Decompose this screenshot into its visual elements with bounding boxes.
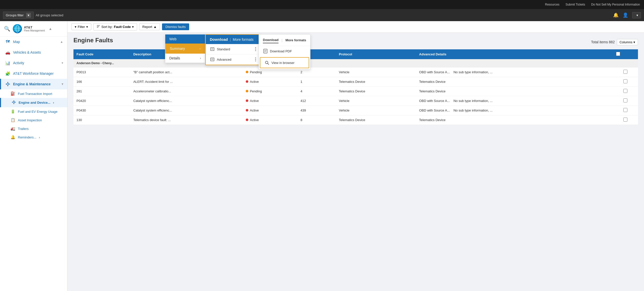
main-layout: 🔍 AT&T Fleet Management ▲ xyxy=(0,21,644,291)
brand-sub: Fleet Management xyxy=(24,29,45,32)
col-fault-code: Fault Code xyxy=(73,49,130,59)
fault-code-cell: 281 xyxy=(73,87,130,96)
count-cell: 4 xyxy=(298,87,336,96)
vehicles-icon: 🚗 xyxy=(5,50,11,55)
view-in-browser-button[interactable]: View in browser xyxy=(260,57,309,68)
row-checkbox-cell xyxy=(613,87,638,96)
page-content: Engine Faults Total items 882 Columns ▾ … xyxy=(67,33,644,291)
groups-filter-label: Groups filter xyxy=(6,13,24,17)
report-summary-item[interactable]: Summary › xyxy=(165,44,205,54)
fault-code-cell: P0420 xyxy=(73,96,130,106)
view-in-browser-label: View in browser xyxy=(271,61,295,65)
sidebar: 🔍 AT&T Fleet Management ▲ xyxy=(0,21,67,291)
row-checkbox[interactable] xyxy=(623,89,627,93)
advanced-details-cell: OBD with Source A... No sub type informa… xyxy=(416,67,613,77)
standard-item[interactable]: Standard xyxy=(206,44,260,54)
status-cell: Active xyxy=(243,115,297,125)
sidebar-item-workforce[interactable]: 🧩 AT&T Workforce Manager xyxy=(0,68,67,79)
dismiss-faults-button[interactable]: Dismiss faults xyxy=(162,23,189,30)
download-tab[interactable]: Download xyxy=(263,37,278,43)
engine-icon xyxy=(5,81,11,87)
more-formats-label[interactable]: More formats xyxy=(233,38,253,42)
reminders-icon: 🔔 xyxy=(11,135,15,139)
sidebar-item-trailers[interactable]: 🚛 Trailers xyxy=(0,124,67,133)
user-profile-icon[interactable]: 👤 xyxy=(623,12,628,18)
search-icon[interactable]: 🔍 xyxy=(4,26,10,32)
row-checkbox[interactable] xyxy=(623,118,627,122)
description-cell: "B" camshaft position act... xyxy=(130,67,243,77)
user-dropdown-button[interactable]: ▾ xyxy=(632,12,641,18)
sidebar-item-activity[interactable]: 📊 Activity ▾ xyxy=(0,58,67,68)
sidebar-item-fuel-ev[interactable]: 🔋 Fuel and EV Energy Usage xyxy=(0,107,67,116)
standard-dots-menu[interactable] xyxy=(255,47,256,51)
col-checkbox xyxy=(613,49,638,59)
pdf-icon xyxy=(263,49,268,54)
fault-code-cell: 130 xyxy=(73,115,130,125)
table-row: P0013 "B" camshaft position act... Pendi… xyxy=(73,67,638,77)
status-dot xyxy=(246,119,248,121)
sidebar-item-asset-inspection[interactable]: 📋 Asset Inspection xyxy=(0,116,67,124)
engine-device-chevron-icon: › xyxy=(53,101,54,104)
table-header-bar: Engine Faults Total items 882 Columns ▾ xyxy=(73,37,638,47)
svg-point-6 xyxy=(13,101,15,103)
details-label: Details xyxy=(169,56,180,60)
sidebar-item-engine[interactable]: Engine & Maintenance ▾ xyxy=(0,79,67,89)
report-details-item[interactable]: Details › xyxy=(165,54,205,63)
top-nav-bar: Resources Submit Tickets Do Not Sell My … xyxy=(0,0,644,9)
status-dot xyxy=(246,90,248,92)
report-label: Report xyxy=(142,25,152,29)
activity-icon: 📊 xyxy=(5,60,11,66)
download-pdf-label: Download PDF xyxy=(270,49,292,53)
engine-chevron-icon: ▾ xyxy=(62,82,63,86)
sidebar-item-fuel-import[interactable]: ⛽ Fuel Transaction Import xyxy=(0,89,67,98)
columns-button[interactable]: Columns ▾ xyxy=(617,39,638,45)
description-cell: Telematics device fault: ... xyxy=(130,115,243,125)
fuel-ev-icon: 🔋 xyxy=(11,109,15,114)
report-button[interactable]: Report ▲ xyxy=(139,23,160,30)
att-globe-icon xyxy=(13,24,22,33)
summary-label: Summary xyxy=(170,47,185,51)
sidebar-item-engine-device[interactable]: Engine and Device... › xyxy=(0,98,67,107)
sidebar-item-vehicles[interactable]: 🚗 Vehicles & Assets xyxy=(0,47,67,58)
row-checkbox[interactable] xyxy=(623,108,627,112)
reminders-chevron-icon: › xyxy=(39,135,40,139)
sidebar-collapse-button[interactable]: ▲ xyxy=(47,26,53,32)
sidebar-item-reminders[interactable]: 🔔 Reminders... › xyxy=(0,133,67,141)
pipe-separator: | xyxy=(230,38,231,42)
description-cell: Accelerometer calibratio... xyxy=(130,87,243,96)
advanced-details-cell: Telematics Device xyxy=(416,77,613,87)
filter-chevron-icon: ▾ xyxy=(86,25,88,29)
row-checkbox[interactable] xyxy=(623,79,627,83)
submit-tickets-link[interactable]: Submit Tickets xyxy=(566,3,585,6)
do-not-sell-link[interactable]: Do Not Sell My Personal Information xyxy=(591,3,640,6)
report-web-item[interactable]: Web xyxy=(165,34,205,44)
more-formats-tab[interactable]: More formats xyxy=(286,37,306,43)
download-pdf-button[interactable]: Download PDF xyxy=(259,46,310,56)
page-title: Engine Faults xyxy=(73,37,113,44)
sidebar-sub-label: Fuel and EV Energy Usage xyxy=(18,110,58,114)
sidebar-sub-label: Engine and Device... xyxy=(19,101,50,104)
trailers-icon: 🚛 xyxy=(11,126,15,131)
dismiss-label: Dismiss faults xyxy=(166,25,186,29)
table-row: 130 Telematics device fault: ... Active … xyxy=(73,115,638,125)
notification-bell-icon[interactable]: 🔔 xyxy=(613,12,619,18)
resources-link[interactable]: Resources xyxy=(545,3,559,6)
sidebar-sub-label: Reminders... xyxy=(18,135,36,139)
filter-button[interactable]: ▾ Filter ▾ xyxy=(71,23,91,30)
protocol-cell: Telematics Device xyxy=(336,77,416,87)
advanced-dots-menu[interactable] xyxy=(255,57,256,61)
protocol-cell: Vehicle xyxy=(336,106,416,115)
row-checkbox[interactable] xyxy=(623,70,627,74)
row-checkbox[interactable] xyxy=(623,98,627,102)
summary-arrow-icon: › xyxy=(199,47,200,50)
sidebar-item-map[interactable]: 🗺 Map ▲ xyxy=(0,37,67,47)
svg-line-21 xyxy=(268,63,269,64)
asset-inspection-icon: 📋 xyxy=(11,118,15,122)
map-icon: 🗺 xyxy=(5,39,11,45)
select-all-checkbox[interactable] xyxy=(616,52,620,56)
groups-filter-button[interactable]: Groups filter ▾ xyxy=(3,12,34,19)
col-protocol: Protocol xyxy=(336,49,416,59)
row-checkbox-cell xyxy=(613,96,638,106)
advanced-item[interactable]: Advanced xyxy=(206,54,260,65)
sort-button[interactable]: Sort by: Fault Code ▾ xyxy=(93,23,137,30)
